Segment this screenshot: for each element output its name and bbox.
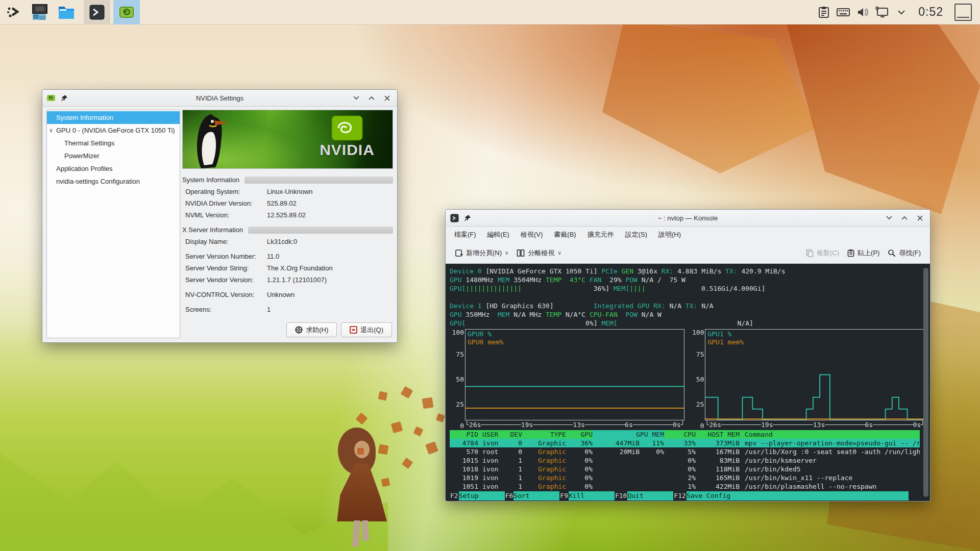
fkey-action-kill[interactable]: Kill bbox=[569, 491, 615, 500]
header-cell[interactable]: GPU bbox=[566, 430, 593, 439]
process-row-1051[interactable]: 1051ivon1Graphic0%1%422MiB/usr/bin/plasm… bbox=[450, 482, 920, 491]
header-cell[interactable]: TYPE bbox=[522, 430, 566, 439]
maximize-button[interactable] bbox=[368, 94, 376, 102]
info-row: Operating System:Linux-Unknown bbox=[182, 188, 393, 195]
minimize-button[interactable] bbox=[885, 214, 893, 222]
panel-clock[interactable]: 0:52 bbox=[913, 5, 950, 19]
process-row-4784[interactable]: 4784ivon0Graphic36%447MiB11%33%373MiBmpv… bbox=[450, 439, 920, 447]
header-cell[interactable]: PID bbox=[450, 430, 478, 439]
menu-item-0[interactable]: 檔案(F) bbox=[449, 227, 482, 242]
menu-item-3[interactable]: 書籤(B) bbox=[548, 227, 581, 242]
cell-gpu-mem-pct bbox=[640, 456, 664, 465]
close-button[interactable] bbox=[916, 214, 924, 222]
help-button[interactable]: 求助(H) bbox=[286, 322, 337, 337]
terminal-scrollbar[interactable] bbox=[923, 268, 928, 497]
header-cell[interactable]: Command bbox=[740, 430, 920, 439]
split-view-button[interactable]: 分離檢視 ∨ bbox=[512, 245, 565, 261]
sidebar-item-nvidia-settings-configuration[interactable]: nvidia-settings Configuration bbox=[47, 175, 180, 188]
header-cell[interactable]: CPU bbox=[664, 430, 696, 439]
konsole-titlebar[interactable]: ~ : nvtop — Konsole bbox=[446, 210, 930, 227]
sidebar-item-thermal-settings[interactable]: Thermal Settings bbox=[47, 137, 180, 149]
window-title: NVIDIA Settings bbox=[42, 94, 397, 102]
nvidia-task-icon[interactable] bbox=[113, 0, 140, 24]
cell-command: /usr/bin/plasmashell --no-respawn bbox=[740, 482, 920, 491]
y-tick-label: 75 bbox=[696, 351, 704, 358]
info-value: The X.Org Foundation bbox=[267, 264, 393, 272]
fkey-f10[interactable]: F10 bbox=[615, 491, 627, 500]
fkey-f2[interactable]: F2 bbox=[450, 491, 459, 500]
close-button[interactable] bbox=[383, 94, 391, 102]
nvtop-process-table: PIDUSERDEVTYPEGPUGPU MEMCPUHOST MEMComma… bbox=[450, 430, 920, 491]
pin-icon[interactable] bbox=[463, 213, 472, 222]
header-cell[interactable]: DEV bbox=[505, 430, 522, 439]
menu-item-4[interactable]: 擴充元件 bbox=[582, 227, 620, 242]
display-icon[interactable] bbox=[874, 5, 890, 20]
process-table-header: PIDUSERDEVTYPEGPUGPU MEMCPUHOST MEMComma… bbox=[450, 430, 920, 439]
maximize-button[interactable] bbox=[900, 214, 909, 222]
cell-cpu: 1% bbox=[664, 482, 696, 491]
cell-pid: 1051 bbox=[450, 482, 478, 491]
process-row-570[interactable]: 570root0Graphic0%20MiB0%5%167MiB/usr/lib… bbox=[450, 447, 920, 456]
pin-icon[interactable] bbox=[60, 93, 69, 103]
keyboard-icon[interactable] bbox=[836, 5, 851, 20]
chart-x-axis: └26s──────────19s──────────13s──────────… bbox=[465, 420, 684, 429]
cell-gpu-mem-pct bbox=[640, 482, 664, 491]
cell-cpu: 33% bbox=[664, 439, 696, 447]
info-label: Server Vendor String: bbox=[185, 264, 267, 272]
menu-item-5[interactable]: 設定(S) bbox=[620, 227, 653, 242]
fkey-action-setup[interactable]: Setup bbox=[459, 491, 505, 500]
fkey-action-quit[interactable]: Quit bbox=[627, 491, 673, 500]
new-tab-button[interactable]: 新增分頁(N) ∨ bbox=[451, 245, 512, 261]
show-desktop-button[interactable] bbox=[954, 4, 972, 21]
konsole-task-icon[interactable] bbox=[84, 0, 110, 24]
gpu-chart-1: 1007550250GPU1 %GPU1 mem%└26s──────────1… bbox=[690, 329, 924, 429]
clipboard-icon[interactable] bbox=[816, 5, 831, 20]
process-row-1019[interactable]: 1019ivon1Graphic0%2%165MiB/usr/bin/kwin_… bbox=[450, 473, 920, 482]
menu-item-6[interactable]: 說明(H) bbox=[653, 227, 687, 242]
copy-button[interactable]: 複製(C) bbox=[802, 245, 843, 261]
cell-type: Graphic bbox=[522, 465, 566, 473]
pager-icon[interactable] bbox=[27, 0, 53, 24]
fkey-f9[interactable]: F9 bbox=[559, 491, 569, 500]
process-row-1018[interactable]: 1018ivon1Graphic0%0%118MiB/usr/bin/kded5 bbox=[450, 465, 920, 473]
konsole-app-icon bbox=[450, 213, 459, 222]
paste-button[interactable]: 貼上(P) bbox=[843, 245, 884, 261]
process-row-1015[interactable]: 1015ivon1Graphic0%0%83MiB/usr/bin/ksmser… bbox=[450, 456, 920, 465]
quit-button[interactable]: 退出(Q) bbox=[341, 322, 392, 337]
nvidia-titlebar[interactable]: NVIDIA Settings bbox=[42, 90, 397, 107]
section-header: X Server Information bbox=[182, 226, 393, 234]
find-button[interactable]: 尋找(F) bbox=[884, 245, 925, 261]
volume-icon[interactable] bbox=[855, 5, 870, 20]
header-cell[interactable]: USER bbox=[478, 430, 505, 439]
cell-host-mem: 167MiB bbox=[696, 447, 740, 456]
info-row: NVML Version:12.525.89.02 bbox=[182, 211, 393, 219]
fkey-f12[interactable]: F12 bbox=[673, 491, 686, 500]
fkey-f6[interactable]: F6 bbox=[505, 491, 514, 500]
sidebar-item-gpu-0-nvidia-geforce-gtx-1050-ti[interactable]: ∨GPU 0 - (NVIDIA GeForce GTX 1050 Ti) bbox=[47, 124, 180, 137]
find-label: 尋找(F) bbox=[899, 248, 921, 258]
fkey-action-save-config[interactable]: Save Config bbox=[687, 491, 909, 500]
sidebar-item-system-information[interactable]: System Information bbox=[47, 111, 180, 124]
minimize-button[interactable] bbox=[352, 94, 360, 102]
file-manager-icon[interactable] bbox=[53, 0, 80, 24]
sidebar-item-application-profiles[interactable]: Application Profiles bbox=[47, 162, 180, 175]
expander-chevron-icon[interactable]: ∨ bbox=[49, 127, 53, 134]
nvtop-terminal[interactable]: Device 0 [NVIDIA GeForce GTX 1050 Ti] PC… bbox=[446, 264, 930, 501]
fkey-action-sort[interactable]: Sort bbox=[513, 491, 559, 500]
sidebar-item-powermizer[interactable]: PowerMizer bbox=[47, 149, 180, 162]
cell-cpu: 5% bbox=[664, 447, 696, 456]
header-cell[interactable]: HOST MEM bbox=[696, 430, 740, 439]
menu-item-2[interactable]: 檢視(V) bbox=[515, 227, 548, 242]
menu-item-1[interactable]: 編輯(E) bbox=[482, 227, 515, 242]
section-header: System Information bbox=[182, 176, 393, 184]
info-value: Linux-Unknown bbox=[267, 188, 393, 195]
sidebar-item-label: Application Profiles bbox=[56, 165, 113, 172]
wallpaper-shard bbox=[0, 388, 388, 551]
chevron-down-icon: ∨ bbox=[505, 250, 508, 256]
header-cell-gpu-mem[interactable]: GPU MEM bbox=[593, 430, 664, 439]
info-label: Server Vendor Version: bbox=[185, 276, 267, 284]
tray-expander-chevron-down-icon[interactable] bbox=[894, 5, 909, 20]
cell-gpu-mem-pct: 0% bbox=[640, 447, 664, 456]
app-launcher-icon[interactable] bbox=[0, 0, 27, 24]
cell-host-mem: 422MiB bbox=[696, 482, 740, 491]
